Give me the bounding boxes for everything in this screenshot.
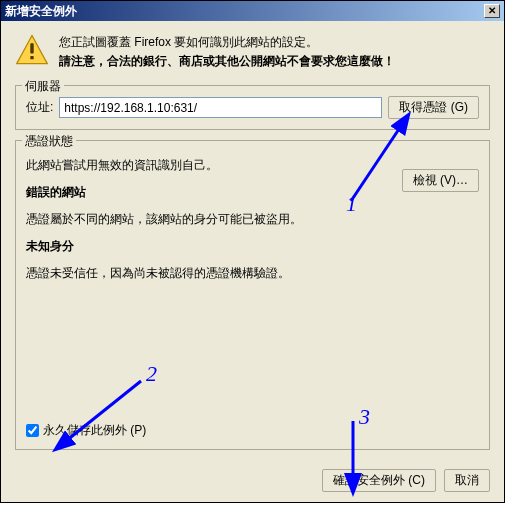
location-input[interactable]: [59, 97, 382, 118]
unknown-identity-line: 憑證未受信任，因為尚未被認得的憑證機構驗證。: [26, 265, 479, 282]
get-certificate-button[interactable]: 取得憑證 (G): [388, 96, 479, 119]
warning-line1: 您正試圖覆蓋 Firefox 要如何識別此網站的設定。: [59, 33, 490, 52]
warning-line2: 請注意，合法的銀行、商店或其他公開網站不會要求您這麼做！: [59, 52, 490, 71]
dialog-window: 新增安全例外 ✕ 您正試圖覆蓋 Firefox 要如何識別此網站的設定。 請注意…: [0, 0, 505, 503]
server-legend: 伺服器: [22, 78, 64, 95]
annotation-1: 1: [346, 191, 357, 217]
view-certificate-button[interactable]: 檢視 (V)…: [402, 169, 479, 192]
wrong-site-line: 憑證屬於不同的網站，該網站的身分可能已被盜用。: [26, 211, 479, 228]
unknown-identity-heading: 未知身分: [26, 238, 479, 255]
annotation-2: 2: [146, 361, 157, 387]
titlebar: 新增安全例外 ✕: [1, 1, 504, 21]
dialog-content: 您正試圖覆蓋 Firefox 要如何識別此網站的設定。 請注意，合法的銀行、商店…: [1, 21, 504, 502]
warning-row: 您正試圖覆蓋 Firefox 要如何識別此網站的設定。 請注意，合法的銀行、商店…: [15, 33, 490, 71]
status-legend: 憑證狀態: [22, 133, 76, 150]
location-label: 位址:: [26, 99, 53, 116]
window-title: 新增安全例外: [5, 1, 77, 21]
close-icon[interactable]: ✕: [484, 4, 500, 18]
cert-status-group: 憑證狀態 此網站嘗試用無效的資訊識別自己。 檢視 (V)… 錯誤的網站 憑證屬於…: [15, 140, 490, 450]
permanent-store-label: 永久儲存此例外 (P): [43, 422, 146, 439]
svg-rect-2: [30, 56, 33, 59]
svg-rect-1: [30, 43, 33, 53]
dialog-footer: 確認安全例外 (C) 取消: [322, 469, 490, 492]
permanent-store-checkbox[interactable]: [26, 424, 39, 437]
warning-text: 您正試圖覆蓋 Firefox 要如何識別此網站的設定。 請注意，合法的銀行、商店…: [59, 33, 490, 71]
annotation-3: 3: [359, 404, 370, 430]
server-group: 伺服器 位址: 取得憑證 (G): [15, 85, 490, 130]
cancel-button[interactable]: 取消: [444, 469, 490, 492]
warning-icon: [15, 33, 49, 71]
permanent-store-row[interactable]: 永久儲存此例外 (P): [26, 422, 146, 439]
confirm-exception-button[interactable]: 確認安全例外 (C): [322, 469, 436, 492]
